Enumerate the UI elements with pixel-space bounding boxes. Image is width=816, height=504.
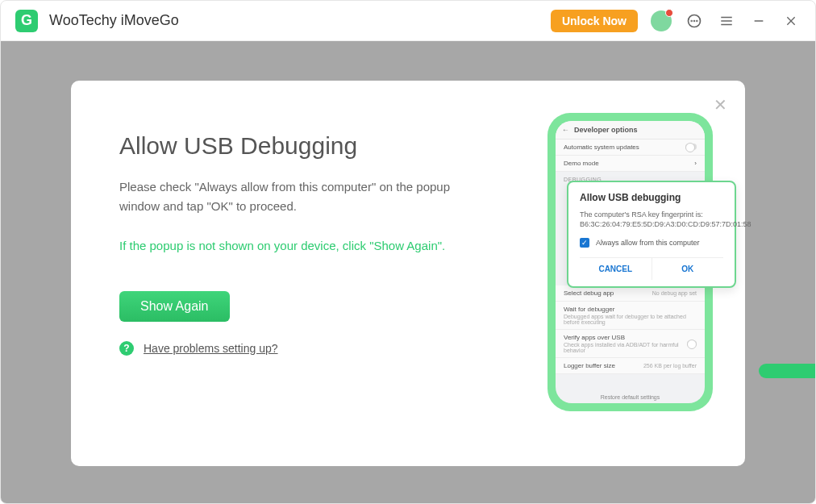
popup-title: Allow USB debugging [580,192,723,203]
phone-row-logger: Logger buffer size 256 KB per log buffer [556,358,705,374]
phone-row-label: Demo mode [564,160,599,167]
svg-point-1 [691,20,692,21]
phone-row-verify: Verify apps over USB Check apps installe… [556,330,705,358]
avatar[interactable] [651,10,672,31]
titlebar: G WooTechy iMoveGo Unlock Now [1,1,815,41]
phone-row-label: Verify apps over USB [564,334,625,341]
phone-wrapper: ← Developer options Automatic system upd… [547,118,713,434]
checkbox-icon: ✓ [580,238,589,248]
svg-point-2 [694,20,695,21]
phone-row-sublabel: Debugged apps wait for debugger to be at… [564,314,697,325]
app-title: WooTechy iMoveGo [49,12,179,29]
close-icon[interactable] [781,11,801,31]
back-icon: ← [562,126,569,134]
backdrop: ✕ Allow USB Debugging Please check "Alwa… [1,41,815,504]
toggle-icon [687,340,697,347]
usb-debugging-modal: ✕ Allow USB Debugging Please check "Alwa… [71,81,745,466]
popup-body: The computer's RSA key fingerprint is: B… [580,210,723,230]
step-accent [759,364,815,378]
popup-cancel-button: CANCEL [580,258,652,280]
phone-header-title: Developer options [574,126,638,134]
phone-row-sublabel: 256 KB per log buffer [643,363,697,369]
minimize-icon[interactable] [749,11,768,31]
phone-footer: Restore default settings [556,394,705,400]
toggle-icon [685,144,697,150]
popup-ok-button: OK [652,258,724,280]
popup-body-line1: The computer's RSA key fingerprint is: [580,210,703,219]
menu-icon[interactable] [717,11,736,31]
modal-hint: If the popup is not shown on your device… [119,239,531,252]
phone-row-wait: Wait for debugger Debugged apps wait for… [556,302,705,330]
chevron-right-icon: › [694,160,697,167]
help-row: ? Have problems setting up? [119,341,531,356]
phone-row-sublabel: Check apps installed via ADB/ADT for har… [564,342,687,353]
phone-row-sublabel: No debug app set [652,290,697,296]
modal-instruction: Please check "Always allow from this com… [119,177,458,216]
modal-close-icon[interactable]: ✕ [714,95,727,115]
phone-row-auto-update: Automatic system updates [556,140,705,156]
phone-row-label: Automatic system updates [564,144,639,151]
popup-body-line2: B6:3C:26:04:79:E5:5D:D9:A3:D0:CD:D9:57:7… [580,220,751,228]
popup-checkbox-row: ✓ Always allow from this computer [580,238,723,248]
help-icon: ? [119,341,134,356]
app-logo: G [15,10,38,32]
unlock-button[interactable]: Unlock Now [551,10,638,32]
modal-heading: Allow USB Debugging [119,132,531,160]
modal-left-column: Allow USB Debugging Please check "Always… [119,118,547,434]
popup-actions: CANCEL OK [580,257,723,280]
phone-row-demo: Demo mode › [556,156,705,172]
android-usb-popup: Allow USB debugging The computer's RSA k… [567,181,736,288]
svg-point-3 [697,20,697,21]
feedback-icon[interactable] [685,11,704,31]
popup-checkbox-label: Always allow from this computer [596,239,700,247]
phone-row-label: Select debug app [564,289,614,297]
help-link[interactable]: Have problems setting up? [144,342,278,355]
phone-screen-header: ← Developer options [556,121,705,140]
phone-row-label: Logger buffer size [564,362,615,369]
show-again-button[interactable]: Show Again [119,291,230,322]
phone-row-label: Wait for debugger [564,306,614,313]
